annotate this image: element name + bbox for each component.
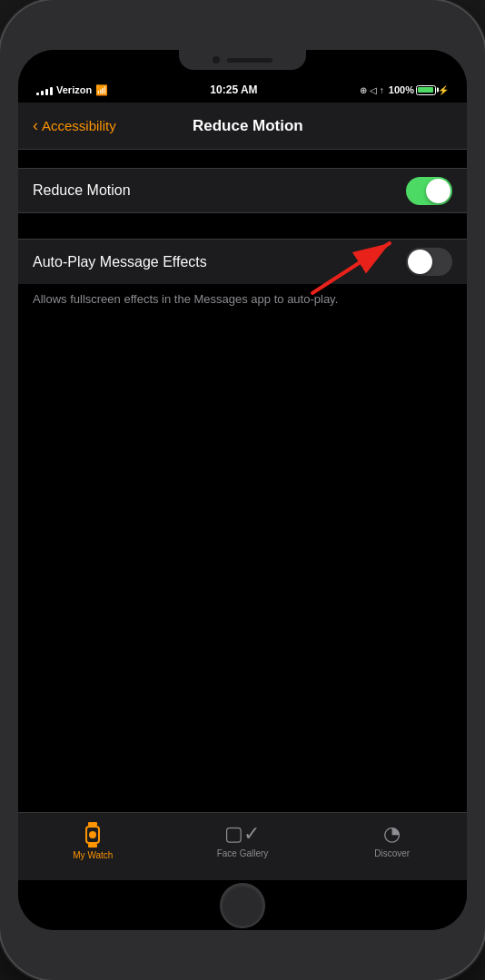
wifi-icon: 📶 xyxy=(95,84,108,96)
charging-icon: ⚡ xyxy=(438,85,449,95)
home-button[interactable] xyxy=(220,883,265,928)
rotation-icon: ⊕ xyxy=(360,85,367,95)
content-area: Reduce Motion Auto-Play Message Effects xyxy=(18,150,467,812)
battery-container: 100% ⚡ xyxy=(389,84,449,95)
back-label: Accessibility xyxy=(42,118,116,133)
autoplay-toggle-knob xyxy=(408,250,432,274)
autoplay-label: Auto-Play Message Effects xyxy=(33,254,207,270)
tab-face-gallery[interactable]: ▢✓ Face Gallery xyxy=(211,822,274,858)
face-gallery-tab-label: Face Gallery xyxy=(217,848,269,858)
autoplay-group: Auto-Play Message Effects xyxy=(18,239,467,318)
earpiece-speaker xyxy=(227,58,272,63)
time-display: 10:25 AM xyxy=(210,83,257,96)
my-watch-icon xyxy=(85,822,100,848)
navigation-bar: ‹ Accessibility Reduce Motion xyxy=(18,103,467,150)
front-camera xyxy=(213,56,220,64)
discover-tab-label: Discover xyxy=(374,848,410,858)
autoplay-row: Auto-Play Message Effects xyxy=(18,239,467,284)
autoplay-description: Allows fullscreen effects in the Message… xyxy=(18,284,467,318)
back-chevron-icon: ‹ xyxy=(33,117,38,133)
reduce-motion-label: Reduce Motion xyxy=(33,182,131,199)
toggle-knob xyxy=(426,179,450,203)
back-button[interactable]: ‹ Accessibility xyxy=(33,118,116,133)
my-watch-tab-label: My Watch xyxy=(73,850,113,860)
reduce-motion-row: Reduce Motion xyxy=(18,168,467,213)
signal-strength-icon xyxy=(36,85,53,95)
status-icons: ⊕ ◁ ↑ xyxy=(360,85,384,95)
home-indicator xyxy=(18,880,467,930)
tab-my-watch[interactable]: My Watch xyxy=(61,822,124,860)
page-title: Reduce Motion xyxy=(116,117,380,135)
battery-fill xyxy=(418,87,433,93)
tab-discover[interactable]: ◔ Discover xyxy=(361,822,424,858)
status-left: Verizon 📶 xyxy=(36,84,108,96)
notch xyxy=(179,50,306,70)
carrier-label: Verizon xyxy=(56,84,92,95)
autoplay-toggle[interactable] xyxy=(406,248,452,276)
location-icon: ◁ xyxy=(370,85,377,95)
arrow-up-icon: ↑ xyxy=(380,85,384,95)
battery-icon xyxy=(416,85,436,95)
notch-area xyxy=(18,50,467,77)
reduce-motion-group: Reduce Motion xyxy=(18,168,467,213)
face-gallery-icon: ▢✓ xyxy=(224,822,260,846)
tab-bar: My Watch ▢✓ Face Gallery ◔ Discover xyxy=(18,812,467,880)
reduce-motion-toggle[interactable] xyxy=(406,177,452,205)
status-right: ⊕ ◁ ↑ 100% ⚡ xyxy=(360,84,449,95)
phone-shell: Verizon 📶 10:25 AM ⊕ ◁ ↑ 100% ⚡ xyxy=(0,0,485,980)
discover-icon: ◔ xyxy=(383,822,401,846)
screen: Verizon 📶 10:25 AM ⊕ ◁ ↑ 100% ⚡ xyxy=(18,50,467,930)
battery-percent: 100% xyxy=(389,84,414,95)
status-bar: Verizon 📶 10:25 AM ⊕ ◁ ↑ 100% ⚡ xyxy=(18,77,467,103)
